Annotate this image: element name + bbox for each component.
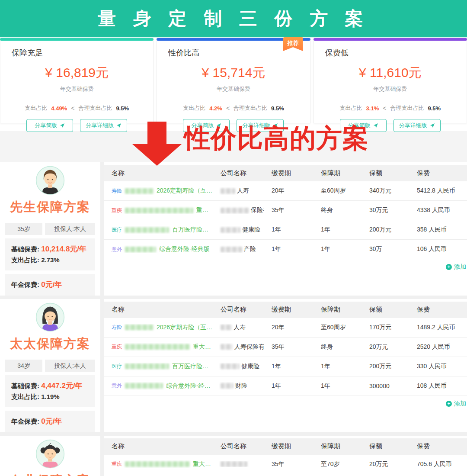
product-name-link[interactable]: 百万医疗险（20年期... <box>172 226 213 234</box>
share-detailed-button[interactable]: 分享详细版 <box>80 119 127 132</box>
product-type-badge: 医疗 <box>112 226 122 234</box>
coverage-amount: 30万元 <box>361 206 409 214</box>
add-policy-link[interactable]: + 添加 <box>446 400 466 408</box>
section-wife: 太太保障方案 34岁 投保人:本人 基础保费: 4,447.2元/年 支出占比:… <box>0 299 467 432</box>
share-simple-button[interactable]: 分享简版 <box>26 119 73 132</box>
add-policy-link[interactable]: + 添加 <box>446 263 466 271</box>
redacted-text <box>125 247 156 252</box>
premium: 358 人民币 <box>409 226 467 234</box>
redacted-text <box>125 383 163 389</box>
table-header: 名称 公司名称 缴费期 保障期 保额 保费 <box>104 165 467 181</box>
spend-ratio-label: 支出占比: <box>11 256 39 264</box>
product-type-badge: 意外 <box>112 246 122 253</box>
product-name-link[interactable]: 综合意外险-经典版 <box>166 382 213 390</box>
redacted-text <box>221 188 235 194</box>
col-coverage-period: 保障期 <box>313 442 361 450</box>
plan-cards-row: 保障充足 ¥ 16,819元 年交基础保费 支出占比 4.49% < 合理支出占… <box>0 38 467 123</box>
card-price-caption: 年交基础保费 <box>314 85 467 93</box>
add-label: 添加 <box>454 400 466 408</box>
premium: 705.6 人民币 <box>409 460 467 468</box>
product-name-link[interactable]: 2026定期寿险（互联网专... <box>157 324 213 331</box>
company-name: 保险有限... <box>251 206 264 214</box>
coverage-amount: 170万元 <box>361 324 409 331</box>
company-name: 产险 <box>244 245 256 253</box>
person-name: 太太保障方案 <box>0 335 100 353</box>
col-company: 公司名称 <box>213 169 264 177</box>
page-banner: 量 身 定 制 三 份 方 案 <box>0 0 467 38</box>
reasonable-value: 9.5% <box>428 105 441 112</box>
reasonable-label: 合理支出占比 <box>234 104 267 112</box>
coverage-period: 1年 <box>313 245 361 253</box>
policyholder-pill: 投保人:本人 <box>45 223 95 235</box>
reasonable-label: 合理支出占比 <box>390 104 424 112</box>
product-name-link[interactable]: 2026定期寿险（互联网专... <box>157 187 213 195</box>
spend-ratio-value: 2.73% <box>41 256 60 264</box>
woman-avatar <box>35 302 65 332</box>
col-name: 名称 <box>104 169 213 177</box>
premium-info-box: 基础保费: 4,447.2元/年 支出占比: 1.19% <box>5 375 95 407</box>
card-ratio-line: 支出占比 4.49% < 合理支出占比 9.5% <box>0 104 153 112</box>
card-ratio-line: 支出占比 3.1% < 合理支出占比 9.5% <box>314 104 467 112</box>
policyholder-pill: 投保人:本人 <box>45 360 95 372</box>
product-name-link[interactable]: 综合意外险-经典版 <box>159 245 210 253</box>
table-row: 重疾重大疾病保险-... 35年 至70岁 20万元 705.6 人民币 <box>104 455 467 474</box>
spend-value: 3.1% <box>366 105 379 112</box>
plus-icon: + <box>446 401 452 407</box>
col-coverage-period: 保障期 <box>313 169 361 177</box>
redacted-text <box>125 208 193 213</box>
spend-ratio-label: 支出占比: <box>11 393 39 400</box>
girl-avatar <box>35 439 65 469</box>
down-arrow-icon <box>132 122 182 166</box>
redacted-text <box>221 247 242 252</box>
share-detailed-button[interactable]: 分享详细版 <box>393 119 441 132</box>
redacted-text <box>221 344 233 350</box>
col-name: 名称 <box>104 306 213 314</box>
coverage-period: 1年 <box>313 226 361 234</box>
plan-card-adequate: 保障充足 ¥ 16,819元 年交基础保费 支出占比 4.49% < 合理支出占… <box>0 38 154 123</box>
company-name: 人寿 <box>237 187 249 195</box>
premium: 1489.2 人民币 <box>409 324 467 331</box>
card-price: ¥ 15,714元 <box>157 64 310 82</box>
col-name: 名称 <box>104 442 213 450</box>
age-pill: 34岁 <box>5 360 42 372</box>
redacted-text <box>125 227 169 233</box>
profile-panel-husband: 先生保障方案 35岁 投保人:本人 基础保费: 10,214.8元/年 支出占比… <box>0 162 100 296</box>
table-row: 寿险2026定期寿险（互联网专... 人寿 20年 至60周岁 170万元 14… <box>104 318 467 338</box>
paper-plane-icon <box>116 123 122 128</box>
profile-panel-wife: 太太保障方案 34岁 投保人:本人 基础保费: 4,447.2元/年 支出占比:… <box>0 299 100 432</box>
share-detailed-label: 分享详细版 <box>399 122 427 129</box>
spend-ratio-value: 1.19% <box>41 393 60 400</box>
card-title: 保费低 <box>314 41 467 58</box>
less-than-sign: < <box>383 105 386 112</box>
product-name-link[interactable]: 重大疾病保险 <box>193 343 213 351</box>
man-avatar <box>35 166 65 195</box>
company-name: 健康险 <box>241 363 259 370</box>
annuity-info-box: 年金保费: 0元/年 <box>5 411 95 432</box>
coverage-period: 至60周岁 <box>313 187 361 195</box>
card-price: ¥ 16,819元 <box>0 64 153 82</box>
card-price-caption: 年交基础保费 <box>0 85 153 93</box>
product-name-link[interactable]: 重大疾病保险 <box>196 206 213 214</box>
premium: 5412.8 人民币 <box>409 187 467 195</box>
pay-period: 35年 <box>264 343 313 351</box>
person-name: 女儿保障方案 <box>0 472 100 476</box>
coverage-period: 至60周岁 <box>313 324 361 331</box>
coverage-amount: 340万元 <box>361 187 409 195</box>
premium: 106 人民币 <box>409 245 467 253</box>
col-coverage-amount: 保额 <box>361 442 409 450</box>
redacted-text <box>125 363 169 369</box>
annuity-value: 0元/年 <box>41 417 62 425</box>
card-ratio-line: 支出占比 4.2% < 合理支出占比 9.5% <box>157 104 310 112</box>
pay-period: 35年 <box>264 206 313 214</box>
pay-period: 20年 <box>264 187 313 195</box>
plan-detail-area: 先生保障方案 35岁 投保人:本人 基础保费: 10,214.8元/年 支出占比… <box>0 162 467 476</box>
col-company: 公司名称 <box>213 306 264 314</box>
product-name-link[interactable]: 百万医疗险（20年期... <box>172 363 213 370</box>
share-simple-label: 分享简版 <box>35 122 57 129</box>
table-row: 寿险2026定期寿险（互联网专... 人寿 20年 至60周岁 340万元 54… <box>104 181 467 201</box>
premium-info-box: 基础保费: 10,214.8元/年 支出占比: 2.73% <box>5 238 95 270</box>
profile-panel-daughter: 女儿保障方案 <box>0 436 100 476</box>
coverage-amount: 200万元 <box>361 363 409 370</box>
product-name-link[interactable]: 重大疾病保险-... <box>193 460 213 468</box>
share-detailed-label: 分享详细版 <box>86 122 114 129</box>
